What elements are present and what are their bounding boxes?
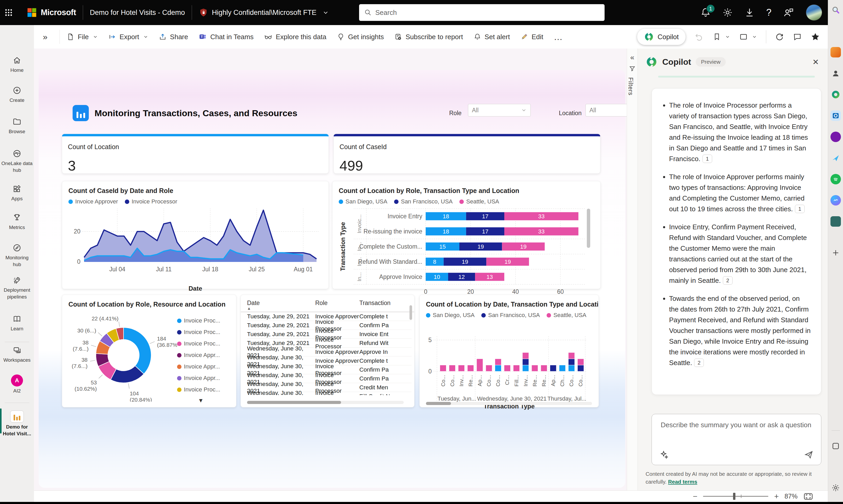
sidebar-item-deployment-pipelines[interactable]: Deployment pipelines: [0, 276, 34, 300]
help-button[interactable]: ?: [766, 7, 771, 18]
get-insights-button[interactable]: Get insights: [337, 33, 384, 41]
column-segment[interactable]: [523, 365, 529, 371]
column-segment[interactable]: [504, 365, 510, 371]
edge-add-icon[interactable]: [830, 248, 841, 258]
refresh-icon[interactable]: [775, 32, 784, 41]
kpi-card-count-of-caseid[interactable]: Count of CaseId 499: [334, 134, 600, 174]
column-segment[interactable]: [523, 353, 529, 359]
settings-button[interactable]: [722, 7, 733, 18]
explore-data-button[interactable]: Explore this data: [264, 33, 326, 41]
area-chart-caseid-by-date-role[interactable]: Count of CaseId by Date and Role Invoice…: [62, 181, 329, 289]
sidebar-item-home[interactable]: Home: [0, 56, 34, 74]
sparkle-icon[interactable]: [660, 450, 669, 460]
citation-chip[interactable]: 2: [723, 276, 733, 285]
feedback-button[interactable]: [783, 7, 794, 18]
edge-shopping-icon[interactable]: [830, 47, 841, 57]
legend-item[interactable]: San Francisco, USA: [394, 198, 452, 205]
column-segment[interactable]: [495, 365, 501, 371]
chart-hscrollbar-thumb[interactable]: [426, 402, 451, 405]
table-transactions[interactable]: Date▲RoleTransactionTuesday, June 29, 20…: [240, 294, 414, 408]
sidebar-item-create[interactable]: Create: [0, 86, 34, 104]
file-menu[interactable]: File: [67, 33, 98, 41]
citation-chip[interactable]: 2: [694, 359, 704, 367]
legend-item[interactable]: Invoice Proc...: [177, 340, 220, 347]
column-segment[interactable]: [550, 365, 556, 371]
legend-item[interactable]: Seattle, USA: [459, 198, 499, 205]
column-segment[interactable]: [568, 353, 575, 359]
notifications-button[interactable]: 1: [700, 7, 711, 18]
column-segment[interactable]: [523, 359, 529, 365]
sidebar-item-browse[interactable]: Browse: [0, 117, 34, 135]
donut-chart-location-by-role-resource[interactable]: Count of Location by Role, Resource and …: [62, 294, 236, 408]
share-button[interactable]: Share: [159, 33, 188, 41]
legend-more-icon[interactable]: ▼: [198, 397, 204, 404]
zoom-out-button[interactable]: −: [693, 492, 698, 501]
column-segment[interactable]: [477, 359, 483, 371]
edge-profile-icon[interactable]: [830, 68, 841, 78]
search-input[interactable]: Search: [359, 4, 605, 21]
copilot-prompt-input[interactable]: Describe the summary you want or ask a q…: [651, 414, 821, 465]
legend-item[interactable]: Invoice Proc...: [177, 386, 220, 393]
read-terms-link[interactable]: Read terms: [668, 479, 697, 485]
column-segment[interactable]: [559, 365, 566, 371]
column-segment[interactable]: [541, 365, 547, 371]
filters-pane-label[interactable]: Filters: [627, 77, 634, 95]
zoom-slider-thumb[interactable]: [733, 493, 735, 500]
comment-icon[interactable]: [793, 32, 802, 41]
sidebar-item-monitoring-hub[interactable]: Monitoring hub: [0, 244, 34, 268]
column-segment[interactable]: [532, 365, 538, 371]
microsoft-logo[interactable]: Microsoft: [26, 7, 76, 18]
sidebar-item-metrics[interactable]: Metrics: [0, 213, 34, 231]
table-hscrollbar[interactable]: [247, 401, 404, 404]
legend-item[interactable]: Invoice Appr...: [177, 363, 220, 370]
edge-messenger-icon[interactable]: [830, 195, 841, 205]
fit-to-screen-icon[interactable]: [803, 491, 813, 501]
favorite-star-icon[interactable]: [811, 32, 820, 41]
more-options-button[interactable]: …: [554, 32, 563, 42]
column-segment[interactable]: [568, 359, 575, 365]
edit-button[interactable]: Edit: [520, 33, 543, 41]
citation-chip[interactable]: 1: [702, 155, 712, 163]
column-segment[interactable]: [568, 365, 575, 371]
export-menu[interactable]: Export: [108, 33, 148, 41]
citation-chip[interactable]: 1: [795, 205, 805, 213]
bar-chart-location-by-role-transaction[interactable]: Count of Location by Role, Transaction T…: [332, 181, 600, 289]
column-segment[interactable]: [449, 365, 455, 371]
sidebar-item-onelake-data-hub[interactable]: OneLake data hub: [0, 149, 34, 174]
column-segment[interactable]: [495, 359, 501, 365]
legend-item[interactable]: Invoice Appr...: [177, 352, 220, 359]
legend-item[interactable]: Invoice Approver: [68, 198, 118, 205]
filter-funnel-icon[interactable]: [629, 65, 635, 72]
table-row[interactable]: Wednesday, June 30, 2021Invoice Processo…: [247, 392, 412, 395]
column-segment[interactable]: [467, 365, 474, 371]
role-filter-dropdown[interactable]: All: [468, 104, 531, 116]
legend-item[interactable]: Invoice Processor: [125, 198, 177, 205]
edge-designer-icon[interactable]: [830, 153, 841, 163]
edge-panel-icon[interactable]: [830, 441, 841, 451]
send-icon[interactable]: [804, 450, 814, 460]
kpi-card-count-of-location[interactable]: Count of Location 3: [62, 134, 329, 174]
collapse-pane-button[interactable]: »: [43, 32, 48, 42]
chart-vertical-scrollbar[interactable]: [587, 209, 590, 248]
download-button[interactable]: [744, 7, 755, 18]
column-segment[interactable]: [577, 359, 584, 365]
column-segment[interactable]: [577, 365, 584, 371]
legend-item[interactable]: Invoice Appr...: [177, 375, 220, 381]
chart-hscrollbar[interactable]: [426, 402, 592, 405]
legend-item[interactable]: San Diego, USA: [426, 312, 474, 319]
account-avatar[interactable]: [806, 4, 822, 21]
column-chart-location-by-date-transaction[interactable]: Count of Location by Date, Transaction T…: [419, 294, 599, 408]
donut-slice[interactable]: [124, 327, 151, 374]
legend-item[interactable]: Invoice Proc...: [177, 317, 220, 324]
table-hscrollbar-thumb[interactable]: [247, 401, 341, 404]
undo-icon[interactable]: [694, 32, 704, 41]
legend-item[interactable]: Seattle, USA: [546, 312, 586, 319]
edge-copilot-icon[interactable]: [830, 89, 841, 100]
sidebar-item-learn[interactable]: Learn: [0, 314, 34, 332]
legend-item[interactable]: Invoice Proc...: [177, 329, 220, 336]
sidebar-item-apps[interactable]: Apps: [0, 184, 34, 202]
column-segment[interactable]: [440, 365, 446, 371]
expand-filters-icon[interactable]: «: [627, 53, 638, 61]
sidebar-item-workspaces[interactable]: Workspaces: [0, 346, 34, 363]
sidebar-item-demo-report[interactable]: Demo for Hotel Visit...: [0, 411, 34, 437]
